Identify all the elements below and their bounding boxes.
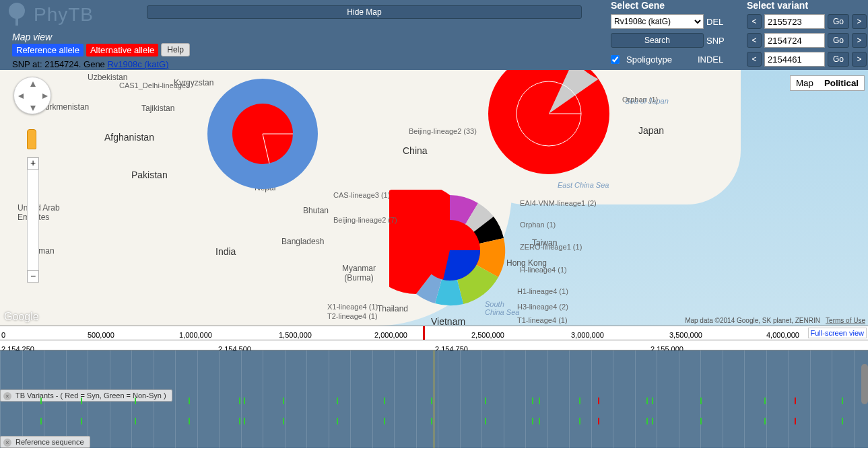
legend: Reference allele Alternative allele Help bbox=[12, 43, 190, 57]
ref-allele-badge: Reference allele bbox=[12, 44, 84, 57]
sub-ruler[interactable]: 2,154,250 2,154,500 2,154,750 2,155,000 bbox=[0, 340, 868, 350]
close-track-icon[interactable]: × bbox=[3, 392, 11, 400]
hide-map-button[interactable]: Hide Map bbox=[147, 5, 582, 19]
genome-browser: 0 500,000 1,000,000 1,500,000 2,000,000 … bbox=[0, 326, 868, 448]
svg-point-6 bbox=[488, 70, 609, 174]
controls-panel: Select Gene Rv1908c (katG) DEL Search SN… bbox=[611, 0, 867, 70]
google-logo: Google bbox=[4, 311, 39, 323]
label-tajikistan: Tajikistan bbox=[141, 104, 174, 113]
del-go-button[interactable]: Go bbox=[828, 14, 849, 29]
map-nav-controls bbox=[13, 77, 51, 114]
variants-track-label: × TB Variants - ( Red = Syn, Green = Non… bbox=[0, 389, 172, 402]
del-next-button[interactable]: > bbox=[852, 14, 867, 29]
snp-label: SNP bbox=[706, 36, 740, 46]
refseq-track-label: × Reference sequence bbox=[0, 436, 90, 448]
app-header: PhyTB Map view Hide Map Reference allele… bbox=[0, 0, 868, 70]
zoom-control: + − bbox=[27, 157, 39, 283]
label-afghanistan: Afghanistan bbox=[104, 132, 154, 143]
search-button[interactable]: Search bbox=[611, 33, 704, 48]
track-body[interactable]: × TB Variants - ( Red = Syn, Green = Non… bbox=[0, 350, 868, 448]
pan-control[interactable] bbox=[13, 77, 51, 114]
map-type-political[interactable]: Political bbox=[819, 76, 864, 90]
label-eai4: EAI4-VNM-lineage1 (2) bbox=[520, 199, 597, 207]
zoom-slider[interactable] bbox=[27, 170, 39, 270]
indel-prev-button[interactable]: < bbox=[747, 52, 762, 67]
spoligo-checkbox[interactable] bbox=[611, 55, 620, 64]
map-type-toggle: Map Political bbox=[790, 75, 865, 91]
label-cas1: CAS1_Delhi-lineage3 bbox=[119, 81, 190, 89]
snp-input[interactable] bbox=[764, 33, 825, 48]
label-orphan: Orphan (1) bbox=[622, 96, 658, 104]
main-ruler[interactable]: 0 500,000 1,000,000 1,500,000 2,000,000 … bbox=[0, 326, 868, 340]
label-india: India bbox=[215, 246, 236, 257]
map-type-map[interactable]: Map bbox=[791, 76, 819, 90]
map-attribution: Map data ©2014 Google, SK planet, ZENRIN… bbox=[685, 317, 865, 324]
label-uzbekistan: Uzbekistan bbox=[88, 73, 127, 82]
snp-go-button[interactable]: Go bbox=[828, 33, 849, 48]
label-h1: H1-lineage4 (1) bbox=[517, 287, 568, 295]
del-input[interactable] bbox=[764, 14, 825, 29]
close-refseq-icon[interactable]: × bbox=[3, 439, 11, 447]
label-beijing2a: Beijing-lineage2 (7) bbox=[333, 216, 397, 224]
donut-east-asia[interactable] bbox=[485, 70, 613, 178]
gene-select[interactable]: Rv1908c (katG) bbox=[611, 14, 704, 29]
label-pakistan: Pakistan bbox=[131, 170, 168, 180]
label-vietnam: Vietnam bbox=[431, 316, 465, 326]
snp-next-button[interactable]: > bbox=[852, 33, 867, 48]
pegman-icon[interactable] bbox=[27, 129, 36, 149]
indel-input[interactable] bbox=[764, 52, 825, 67]
indel-next-button[interactable]: > bbox=[852, 52, 867, 67]
svg-rect-1 bbox=[15, 15, 18, 26]
label-beijing2b: Beijing-lineage2 (33) bbox=[409, 127, 477, 135]
indel-label: INDEL bbox=[698, 54, 731, 65]
indel-go-button[interactable]: Go bbox=[828, 52, 849, 67]
label-h3: H3-lineage4 (2) bbox=[517, 303, 568, 311]
donut-se-asia[interactable] bbox=[389, 190, 510, 311]
del-label: DEL bbox=[706, 17, 740, 27]
select-gene-title: Select Gene bbox=[611, 0, 740, 11]
gene-link[interactable]: Rv1908c (katG) bbox=[107, 59, 168, 69]
label-myanmar: Myanmar (Burma) bbox=[342, 264, 376, 283]
logo: PhyTB bbox=[3, 1, 94, 28]
select-variant-title: Select variant bbox=[747, 0, 867, 11]
terms-link[interactable]: Terms of Use bbox=[826, 317, 865, 324]
label-japan: Japan bbox=[638, 125, 664, 136]
label-x1: X1-lineage4 (1) bbox=[327, 303, 378, 311]
label-china: China bbox=[403, 145, 428, 156]
snp-prev-button[interactable]: < bbox=[747, 33, 762, 48]
snp-info: SNP at: 2154724. Gene Rv1908c (katG) bbox=[12, 59, 169, 69]
label-t2: T2-lineage4 (1) bbox=[327, 312, 378, 320]
position-marker bbox=[423, 326, 425, 340]
zoom-in-button[interactable]: + bbox=[27, 157, 39, 170]
label-orphan2: Orphan (1) bbox=[520, 221, 556, 229]
help-button[interactable]: Help bbox=[161, 43, 190, 57]
label-zero: ZERO-lineage1 (1) bbox=[520, 243, 582, 251]
alt-allele-badge: Alternative allele bbox=[86, 44, 158, 57]
view-label: Map view bbox=[12, 32, 52, 42]
scrollbar-thumb[interactable] bbox=[861, 364, 868, 404]
fullscreen-link[interactable]: Full-screen view bbox=[808, 328, 867, 338]
label-cas3: CAS-lineage3 (1) bbox=[333, 191, 390, 199]
zoom-out-button[interactable]: − bbox=[27, 270, 39, 283]
label-t1: T1-lineage4 (1) bbox=[517, 316, 568, 324]
app-name: PhyTB bbox=[34, 4, 94, 26]
donut-central-asia[interactable] bbox=[202, 73, 323, 194]
map[interactable]: Uzbekistan Kyrgyzstan Turkmenistan Tajik… bbox=[0, 70, 868, 326]
label-bhutan: Bhutan bbox=[303, 206, 329, 215]
tree-icon bbox=[3, 1, 30, 28]
center-line bbox=[434, 350, 434, 448]
label-eastchina: East China Sea bbox=[558, 181, 609, 189]
del-prev-button[interactable]: < bbox=[747, 14, 762, 29]
label-bangladesh: Bangladesh bbox=[281, 237, 324, 246]
label-h4: H-lineage4 (1) bbox=[520, 266, 567, 274]
spoligo-label: Spoligotype bbox=[626, 54, 672, 65]
